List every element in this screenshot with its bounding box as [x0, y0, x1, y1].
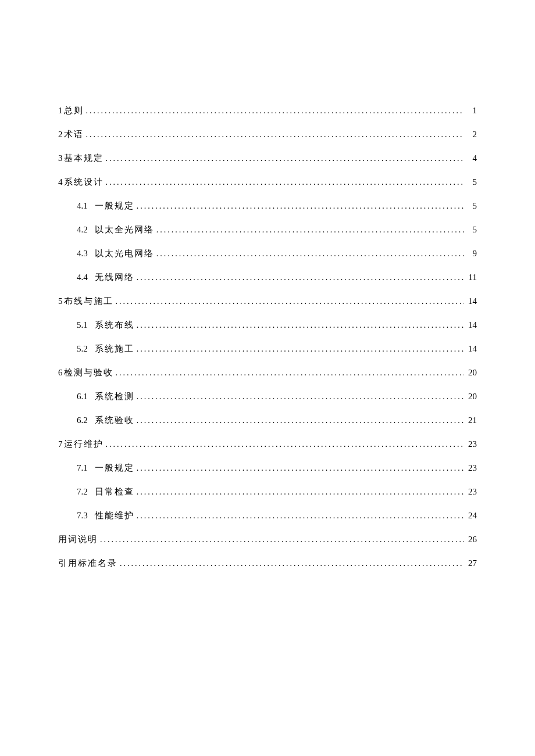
toc-number: 6: [58, 367, 64, 379]
toc-entry: 5.1系统布线14: [58, 319, 477, 331]
toc-sub-title: 系统检测: [95, 390, 134, 403]
toc-sub-title: 系统验收: [95, 414, 134, 427]
toc-title: 运行维护: [64, 438, 104, 450]
toc-title: 布线与施工: [64, 295, 113, 307]
toc-page-number: 23: [466, 486, 477, 498]
toc-number: 4: [58, 176, 64, 188]
toc-number: 2: [58, 128, 64, 141]
toc-title: 检测与验收: [64, 367, 113, 379]
toc-page-number: 4: [466, 152, 477, 164]
toc-sub-title: 一般规定: [95, 462, 134, 474]
table-of-contents: 1 总则12 术语23 基本规定44 系统设计54.1一般规定54.2以太全光网…: [58, 105, 477, 569]
toc-sub-title: 日常检查: [95, 486, 134, 498]
toc-entry: 4.3以太光电网络9: [58, 248, 477, 260]
toc-sub-number: 5.2: [77, 343, 88, 355]
toc-page-number: 5: [466, 200, 477, 212]
toc-leader-dots: [120, 558, 464, 569]
toc-page-number: 23: [466, 462, 477, 474]
toc-number: 7: [58, 438, 64, 450]
toc-leader-dots: [137, 463, 464, 474]
toc-entry: 3 基本规定4: [58, 152, 477, 164]
toc-page-number: 14: [466, 343, 477, 355]
toc-sub-number: 5.1: [77, 319, 88, 331]
toc-sub-number: 7.1: [77, 462, 88, 474]
toc-entry: 6.1系统检测20: [58, 390, 477, 403]
toc-leader-dots: [137, 415, 464, 427]
toc-leader-dots: [156, 248, 464, 260]
toc-leader-dots: [86, 129, 465, 141]
toc-sub-title: 一般规定: [95, 200, 134, 212]
toc-entry: 用词说明26: [58, 533, 477, 546]
toc-leader-dots: [137, 272, 464, 284]
toc-entry: 5 布线与施工14: [58, 295, 477, 307]
toc-entry: 4.2以太全光网络5: [58, 224, 477, 236]
toc-page-number: 27: [466, 557, 477, 569]
toc-leader-dots: [156, 224, 464, 236]
toc-sub-number: 7.3: [77, 510, 88, 522]
toc-leader-dots: [137, 320, 464, 331]
toc-title: 术语: [64, 128, 84, 141]
toc-entry: 7.2日常检查23: [58, 486, 477, 498]
toc-sub-number: 6.1: [77, 390, 88, 403]
toc-leader-dots: [137, 200, 464, 212]
toc-leader-dots: [137, 486, 464, 498]
toc-entry: 1 总则1: [58, 105, 477, 117]
toc-sub-title: 无线网络: [95, 271, 134, 284]
toc-entry: 7 运行维护23: [58, 438, 477, 450]
toc-page-number: 24: [466, 510, 477, 522]
toc-leader-dots: [106, 439, 465, 450]
toc-entry: 引用标准名录27: [58, 557, 477, 569]
toc-sub-number: 7.2: [77, 486, 88, 498]
toc-title: 系统设计: [64, 176, 104, 188]
toc-page-number: 23: [466, 438, 477, 450]
toc-sub-title: 以太全光网络: [95, 224, 154, 236]
toc-number: 5: [58, 295, 64, 307]
toc-page-number: 20: [466, 367, 477, 379]
toc-sub-title: 系统施工: [95, 343, 134, 355]
toc-page-number: 14: [466, 295, 477, 307]
toc-leader-dots: [106, 153, 465, 164]
toc-leader-dots: [137, 391, 464, 403]
toc-sub-number: 4.2: [77, 224, 88, 236]
toc-entry: 4.4无线网络11: [58, 271, 477, 284]
toc-number: 1: [58, 105, 64, 117]
toc-leader-dots: [106, 177, 465, 188]
toc-sub-number: 6.2: [77, 414, 88, 427]
toc-leader-dots: [116, 296, 465, 307]
toc-entry: 7.3性能维护24: [58, 510, 477, 522]
toc-leader-dots: [137, 510, 464, 522]
toc-entry: 4 系统设计5: [58, 176, 477, 188]
toc-entry: 7.1一般规定23: [58, 462, 477, 474]
toc-title: 引用标准名录: [58, 557, 117, 569]
toc-title: 用词说明: [58, 533, 98, 546]
toc-page-number: 5: [466, 176, 477, 188]
toc-page-number: 26: [466, 533, 477, 546]
toc-sub-title: 以太光电网络: [95, 248, 154, 260]
toc-entry: 6 检测与验收20: [58, 367, 477, 379]
toc-entry: 4.1一般规定5: [58, 200, 477, 212]
toc-page-number: 5: [466, 224, 477, 236]
toc-page-number: 20: [466, 390, 477, 403]
toc-page-number: 1: [466, 105, 477, 117]
toc-leader-dots: [86, 105, 465, 117]
toc-page-number: 2: [466, 128, 477, 141]
toc-sub-number: 4.1: [77, 200, 88, 212]
toc-page-number: 9: [466, 248, 477, 260]
toc-sub-title: 系统布线: [95, 319, 134, 331]
toc-page-number: 14: [466, 319, 477, 331]
toc-title: 基本规定: [64, 152, 104, 164]
toc-page-number: 21: [466, 414, 477, 427]
toc-entry: 6.2系统验收21: [58, 414, 477, 427]
toc-entry: 5.2系统施工14: [58, 343, 477, 355]
toc-leader-dots: [137, 343, 464, 355]
toc-leader-dots: [100, 534, 464, 546]
toc-page-number: 11: [466, 271, 477, 284]
toc-sub-number: 4.3: [77, 248, 88, 260]
toc-sub-number: 4.4: [77, 271, 88, 284]
toc-sub-title: 性能维护: [95, 510, 134, 522]
toc-leader-dots: [116, 367, 465, 379]
toc-entry: 2 术语2: [58, 128, 477, 141]
toc-number: 3: [58, 152, 64, 164]
toc-title: 总则: [64, 105, 84, 117]
